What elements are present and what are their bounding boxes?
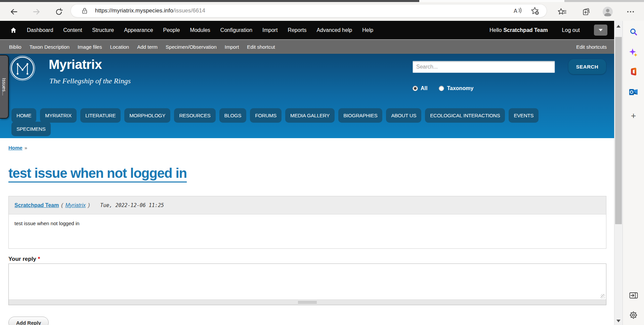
- paren-close: ): [88, 202, 90, 208]
- shortcut-add-term[interactable]: Add term: [137, 44, 158, 50]
- sidebar-office-button[interactable]: [629, 67, 638, 76]
- comment-author-link[interactable]: Scratchpad Team: [14, 202, 59, 208]
- radio-option-taxonomy[interactable]: Taxonomy: [439, 85, 473, 91]
- gear-icon: [629, 311, 638, 320]
- favorites-button[interactable]: [557, 7, 567, 17]
- radio-taxonomy-icon[interactable]: [439, 86, 444, 91]
- chevron-down-icon: [599, 29, 603, 31]
- tab-about-us[interactable]: ABOUT US: [386, 108, 421, 123]
- scroll-down-arrow-icon[interactable]: [616, 320, 620, 322]
- admin-menu-modules[interactable]: Modules: [190, 27, 210, 33]
- browser-window: https://myriatrix.myspecies.info/issues/…: [0, 0, 644, 325]
- main-nav-row-1: HOME MYRIATRIX LITERATURE MORPHOLOGY RES…: [11, 108, 539, 123]
- shortcut-biblio[interactable]: Biblio: [9, 44, 22, 50]
- breadcrumb-home-link[interactable]: Home: [8, 145, 23, 151]
- sidebar-search-button[interactable]: [629, 27, 638, 37]
- logout-link[interactable]: Log out: [562, 27, 580, 33]
- shortcut-import[interactable]: Import: [225, 44, 239, 50]
- admin-menu-structure[interactable]: Structure: [92, 27, 114, 33]
- admin-menu-appearance[interactable]: Appearance: [124, 27, 153, 33]
- url-domain: https://myriatrix.myspecies.info: [95, 7, 173, 14]
- admin-menu-configuration[interactable]: Configuration: [220, 27, 252, 33]
- search-scope-options: All Taxonomy: [413, 85, 473, 91]
- user-name: Scratchpad Team: [503, 27, 548, 33]
- radio-all-selected-icon[interactable]: [413, 86, 418, 91]
- admin-menu-import[interactable]: Import: [262, 27, 277, 33]
- admin-menu-help[interactable]: Help: [362, 27, 373, 33]
- shortcut-image-files[interactable]: Image files: [78, 44, 102, 50]
- refresh-icon: [55, 8, 63, 16]
- add-favorite-icon[interactable]: [530, 6, 539, 15]
- back-arrow-icon: [9, 7, 18, 16]
- url-path: /issues/6614: [173, 7, 205, 14]
- tab-media-gallery[interactable]: MEDIA GALLERY: [285, 108, 335, 123]
- tab-blogs[interactable]: BLOGS: [219, 108, 247, 123]
- shortcut-bar: Biblio Taxon Description Image files Loc…: [0, 39, 614, 54]
- ellipsis-icon: [627, 11, 634, 12]
- admin-menu-people[interactable]: People: [163, 27, 180, 33]
- sidebar-copilot-button[interactable]: [629, 48, 638, 57]
- page-title[interactable]: test issue when not logged in: [8, 166, 187, 182]
- back-button[interactable]: [9, 7, 19, 17]
- open-panel-icon: [629, 291, 638, 299]
- search-button[interactable]: SEARCH: [568, 59, 606, 74]
- tab-morphology[interactable]: MORPHOLOGY: [124, 108, 170, 123]
- main-nav-row-2: SPECIMENS: [11, 122, 51, 136]
- breadcrumb: Home»: [8, 145, 27, 151]
- shortcut-taxon-description[interactable]: Taxon Description: [30, 44, 70, 50]
- vertical-scrollbar[interactable]: [614, 21, 622, 325]
- edge-sidebar: +: [622, 21, 644, 325]
- tab-myriatrix[interactable]: MYRIATRIX: [40, 108, 77, 123]
- textarea-grippie-handle[interactable]: [9, 299, 606, 305]
- forward-button[interactable]: [32, 7, 42, 17]
- sidebar-outlook-button[interactable]: [629, 87, 638, 97]
- admin-toolbar: Dashboard Content Structure Appearance P…: [0, 21, 614, 39]
- tab-ecological-interactions[interactable]: ECOLOGICAL INTERACTIONS: [425, 108, 505, 123]
- tab-biographies[interactable]: BIOGRAPHIES: [338, 108, 382, 123]
- collections-button[interactable]: [581, 7, 591, 17]
- shortcut-location[interactable]: Location: [110, 44, 129, 50]
- admin-home-button[interactable]: [10, 27, 17, 34]
- refresh-button[interactable]: [54, 7, 64, 17]
- site-name[interactable]: Myriatrix: [49, 57, 102, 72]
- radio-option-all[interactable]: All: [413, 85, 427, 91]
- browser-menu-button[interactable]: [626, 7, 636, 17]
- tab-home[interactable]: HOME: [11, 108, 36, 123]
- reply-textarea[interactable]: [9, 264, 606, 299]
- admin-menu-reports[interactable]: Reports: [288, 27, 306, 33]
- shortcut-specimen-observation[interactable]: Specimen/Observation: [166, 44, 217, 50]
- scrollbar-thumb[interactable]: [615, 37, 622, 224]
- address-bar[interactable]: https://myriatrix.myspecies.info/issues/…: [71, 4, 547, 17]
- site-slogan: The Fellegship of the Rings: [49, 77, 131, 85]
- lock-icon[interactable]: [82, 7, 88, 14]
- admin-menu-dashboard[interactable]: Dashboard: [27, 27, 53, 33]
- shortcut-edit-shortcut[interactable]: Edit shortcut: [247, 44, 275, 50]
- edit-shortcuts-link[interactable]: Edit shortcuts: [576, 44, 607, 50]
- tab-events[interactable]: EVENTS: [509, 108, 539, 123]
- sparkle-icon: [629, 48, 638, 57]
- add-reply-button[interactable]: Add Reply: [8, 317, 49, 325]
- tab-specimens[interactable]: SPECIMENS: [11, 122, 51, 136]
- tab-forums[interactable]: FORUMS: [250, 108, 282, 123]
- tab-literature[interactable]: LITERATURE: [80, 108, 121, 123]
- toolbar-toggle-button[interactable]: [594, 25, 607, 36]
- comment-site-link[interactable]: Myriatrix: [66, 202, 86, 208]
- tab-resources[interactable]: RESOURCES: [174, 108, 215, 123]
- read-aloud-icon[interactable]: A: [513, 7, 522, 15]
- resize-corner-handle[interactable]: [601, 294, 605, 298]
- sidebar-settings-button[interactable]: [629, 310, 638, 320]
- admin-menu-advanced-help[interactable]: Advanced help: [316, 27, 352, 33]
- avatar: [603, 7, 613, 17]
- admin-menu-content[interactable]: Content: [63, 27, 82, 33]
- browser-toolbar: https://myriatrix.myspecies.info/issues/…: [0, 2, 644, 21]
- site-logo[interactable]: [9, 55, 36, 83]
- profile-button[interactable]: [603, 7, 613, 17]
- scroll-up-arrow-icon[interactable]: [616, 25, 620, 28]
- collections-icon: [582, 7, 591, 16]
- sidebar-panel-toggle-button[interactable]: [629, 291, 638, 300]
- comment-header: Scratchpad Team ( Myriatrix ) Tue, 2022-…: [9, 196, 606, 214]
- sidebar-add-button[interactable]: +: [629, 111, 638, 120]
- search-input[interactable]: [413, 61, 555, 73]
- issues-feedback-tab[interactable]: Issues...: [0, 55, 9, 119]
- outlook-icon: [629, 88, 638, 96]
